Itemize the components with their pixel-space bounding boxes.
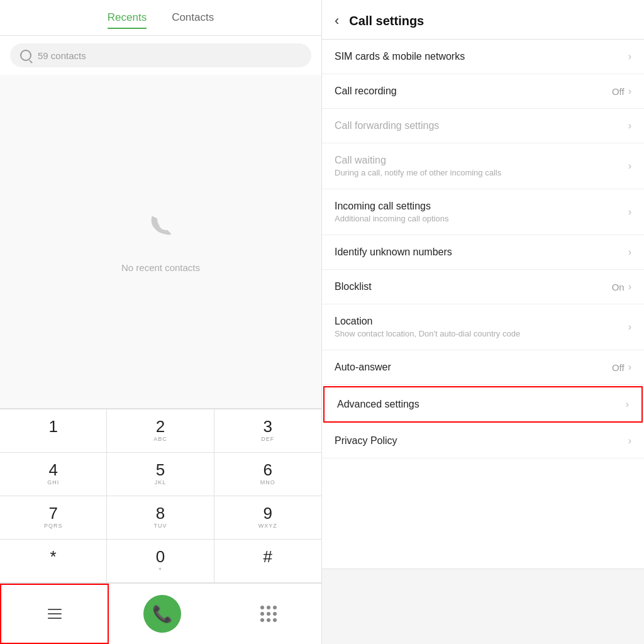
dial-sub: WXYZ xyxy=(258,523,277,530)
settings-item-left-10: Privacy Policy xyxy=(335,435,628,447)
dial-key-9[interactable]: 9 WXYZ xyxy=(214,496,321,540)
tabs-bar: Recents Contacts xyxy=(0,0,321,36)
settings-item-left-3: Call waitingDuring a call, notify me of … xyxy=(335,155,628,177)
dialpad-button[interactable] xyxy=(215,584,321,644)
settings-item-left-1: Call recording xyxy=(335,86,612,97)
settings-item-left-6: Blocklist xyxy=(335,281,612,292)
dial-key-7[interactable]: 7 PQRS xyxy=(0,496,107,540)
settings-item-status-6: On xyxy=(612,282,625,292)
dialpad-icon xyxy=(260,606,277,622)
dial-num: 3 xyxy=(264,418,272,435)
settings-item-sub-3: During a call, notify me of other incomi… xyxy=(335,168,628,177)
settings-item-title-1: Call recording xyxy=(335,86,612,97)
left-panel: Recents Contacts 59 contacts No recent c… xyxy=(0,0,322,644)
settings-item-0[interactable]: SIM cards & mobile networks› xyxy=(322,40,644,74)
dial-num: 6 xyxy=(264,462,272,478)
dial-sub: JKL xyxy=(155,479,167,487)
dial-key-1[interactable]: 1 xyxy=(0,409,107,453)
settings-item-3[interactable]: Call waitingDuring a call, notify me of … xyxy=(322,143,644,189)
chevron-icon-5: › xyxy=(628,247,631,258)
settings-item-right-8: Off› xyxy=(612,362,631,373)
settings-title: Call settings xyxy=(349,14,424,28)
settings-item-status-8: Off xyxy=(612,362,625,373)
settings-item-4[interactable]: Incoming call settingsAdditional incomin… xyxy=(322,189,644,235)
back-button[interactable]: ‹ xyxy=(335,13,339,29)
dial-key-5[interactable]: 5 JKL xyxy=(107,453,214,496)
dial-sub: ABC xyxy=(153,436,167,443)
settings-item-6[interactable]: BlocklistOn› xyxy=(322,270,644,304)
dial-num: 2 xyxy=(156,418,165,435)
settings-item-7[interactable]: LocationShow contact location, Don't aut… xyxy=(322,304,644,350)
settings-item-left-0: SIM cards & mobile networks xyxy=(335,51,628,62)
settings-item-title-6: Blocklist xyxy=(335,281,612,292)
settings-item-right-5: › xyxy=(628,247,631,258)
dial-num: 4 xyxy=(48,462,57,478)
settings-item-right-4: › xyxy=(628,206,631,218)
settings-list: SIM cards & mobile networks›Call recordi… xyxy=(322,40,644,569)
dial-key-0[interactable]: 0 + xyxy=(107,540,214,583)
dial-key-*[interactable]: * xyxy=(0,540,107,583)
dial-key-2[interactable]: 2 ABC xyxy=(107,409,214,453)
dialpad-grid: 1 2 ABC3 DEF4 GHI5 JKL6 MNO7 PQRS8 xyxy=(0,409,321,583)
dial-sub: PQRS xyxy=(44,523,63,530)
dial-key-4[interactable]: 4 GHI xyxy=(0,453,107,496)
settings-item-right-1: Off› xyxy=(612,86,631,97)
dial-key-8[interactable]: 8 TUV xyxy=(107,496,214,540)
settings-item-5[interactable]: Identify unknown numbers› xyxy=(322,235,644,270)
contacts-area: No recent contacts xyxy=(0,75,321,409)
dial-sub: MNO xyxy=(260,479,275,487)
settings-item-9[interactable]: Advanced settings› xyxy=(323,386,643,423)
settings-item-8[interactable]: Auto-answerOff› xyxy=(322,350,644,385)
tab-recents[interactable]: Recents xyxy=(108,11,147,29)
chevron-icon-2: › xyxy=(628,120,631,131)
menu-button[interactable] xyxy=(0,584,109,644)
dial-num: 1 xyxy=(48,418,57,435)
settings-item-title-4: Incoming call settings xyxy=(335,201,628,212)
dial-num: 8 xyxy=(156,505,165,521)
chevron-icon-3: › xyxy=(628,160,631,172)
dial-num: * xyxy=(50,548,57,565)
call-button-circle[interactable]: 📞 xyxy=(143,595,181,633)
settings-item-title-8: Auto-answer xyxy=(335,362,612,373)
dial-num: 0 xyxy=(156,548,165,565)
settings-item-right-6: On› xyxy=(612,281,631,292)
right-panel: ‹ Call settings SIM cards & mobile netwo… xyxy=(322,0,644,644)
settings-item-right-0: › xyxy=(628,51,631,62)
settings-item-right-7: › xyxy=(628,321,631,333)
dial-num: 5 xyxy=(156,462,165,478)
settings-header: ‹ Call settings xyxy=(322,0,644,40)
settings-item-10[interactable]: Privacy Policy› xyxy=(322,424,644,458)
call-button[interactable]: 📞 xyxy=(109,584,215,644)
tab-contacts[interactable]: Contacts xyxy=(172,11,214,29)
dial-num: 7 xyxy=(48,505,57,521)
dial-key-3[interactable]: 3 DEF xyxy=(214,409,321,453)
settings-item-left-9: Advanced settings xyxy=(337,399,626,410)
settings-item-title-9: Advanced settings xyxy=(337,399,626,410)
dial-key-6[interactable]: 6 MNO xyxy=(214,453,321,496)
settings-item-title-5: Identify unknown numbers xyxy=(335,247,628,258)
dial-key-#[interactable]: # xyxy=(214,540,321,583)
settings-item-left-8: Auto-answer xyxy=(335,362,612,373)
settings-item-title-3: Call waiting xyxy=(335,155,628,166)
settings-item-1[interactable]: Call recordingOff› xyxy=(322,74,644,109)
chevron-icon-1: › xyxy=(628,86,631,97)
chevron-icon-0: › xyxy=(628,51,631,62)
settings-item-title-2: Call forwarding settings xyxy=(335,120,628,131)
dial-sub: GHI xyxy=(47,479,59,487)
search-icon xyxy=(20,50,31,61)
settings-item-2[interactable]: Call forwarding settings› xyxy=(322,109,644,143)
search-bar[interactable]: 59 contacts xyxy=(10,43,311,67)
chevron-icon-6: › xyxy=(628,281,631,292)
bottom-bar: 📞 xyxy=(0,583,321,644)
search-placeholder-text: 59 contacts xyxy=(38,50,86,61)
no-recent-label: No recent contacts xyxy=(121,262,200,273)
settings-item-left-7: LocationShow contact location, Don't aut… xyxy=(335,316,628,338)
settings-item-right-10: › xyxy=(628,435,631,447)
chevron-icon-7: › xyxy=(628,321,631,333)
settings-item-title-10: Privacy Policy xyxy=(335,435,628,447)
settings-item-sub-4: Additional incoming call options xyxy=(335,214,628,223)
dial-sub: + xyxy=(158,566,162,574)
no-recent-icon xyxy=(143,210,179,253)
empty-footer xyxy=(322,569,644,644)
menu-icon xyxy=(48,609,62,619)
